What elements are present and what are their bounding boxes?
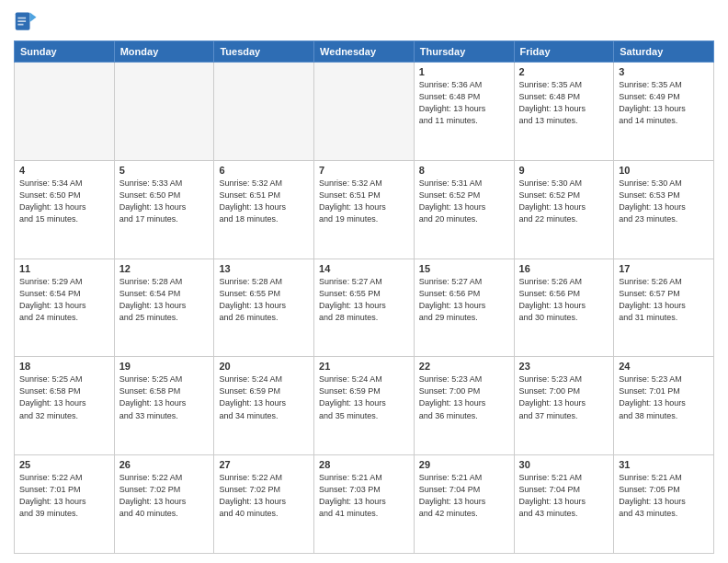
calendar-week-row: 25Sunrise: 5:22 AM Sunset: 7:01 PM Dayli… bbox=[15, 455, 714, 554]
calendar-header-wednesday: Wednesday bbox=[314, 41, 415, 63]
day-number: 22 bbox=[419, 361, 509, 372]
calendar-cell: 17Sunrise: 5:26 AM Sunset: 6:57 PM Dayli… bbox=[614, 259, 714, 357]
day-info: Sunrise: 5:21 AM Sunset: 7:04 PM Dayligh… bbox=[419, 472, 509, 520]
calendar-header-tuesday: Tuesday bbox=[214, 41, 314, 63]
day-number: 30 bbox=[519, 459, 609, 470]
day-info: Sunrise: 5:24 AM Sunset: 6:59 PM Dayligh… bbox=[219, 373, 309, 421]
day-info: Sunrise: 5:22 AM Sunset: 7:02 PM Dayligh… bbox=[219, 472, 309, 520]
day-info: Sunrise: 5:35 AM Sunset: 6:48 PM Dayligh… bbox=[519, 79, 609, 127]
day-info: Sunrise: 5:21 AM Sunset: 7:05 PM Dayligh… bbox=[619, 472, 709, 520]
day-number: 24 bbox=[619, 361, 709, 372]
day-number: 29 bbox=[419, 459, 509, 470]
calendar-week-row: 4Sunrise: 5:34 AM Sunset: 6:50 PM Daylig… bbox=[15, 160, 714, 259]
calendar-header-saturday: Saturday bbox=[614, 41, 714, 63]
day-number: 31 bbox=[619, 459, 709, 470]
calendar-cell: 21Sunrise: 5:24 AM Sunset: 6:59 PM Dayli… bbox=[314, 357, 415, 455]
day-info: Sunrise: 5:31 AM Sunset: 6:52 PM Dayligh… bbox=[419, 178, 509, 225]
calendar-cell bbox=[114, 63, 214, 161]
day-number: 15 bbox=[419, 263, 509, 274]
calendar-header-monday: Monday bbox=[114, 41, 214, 63]
svg-rect-4 bbox=[17, 24, 23, 26]
day-number: 16 bbox=[519, 263, 609, 274]
calendar-header-sunday: Sunday bbox=[15, 41, 115, 63]
day-info: Sunrise: 5:29 AM Sunset: 6:54 PM Dayligh… bbox=[19, 276, 109, 324]
calendar-cell bbox=[15, 63, 115, 161]
day-info: Sunrise: 5:28 AM Sunset: 6:55 PM Dayligh… bbox=[219, 276, 309, 324]
day-number: 7 bbox=[319, 165, 409, 176]
calendar-cell bbox=[314, 63, 415, 161]
calendar-week-row: 18Sunrise: 5:25 AM Sunset: 6:58 PM Dayli… bbox=[15, 357, 714, 455]
calendar-cell: 27Sunrise: 5:22 AM Sunset: 7:02 PM Dayli… bbox=[214, 455, 314, 554]
day-info: Sunrise: 5:35 AM Sunset: 6:49 PM Dayligh… bbox=[619, 79, 709, 127]
calendar-cell: 18Sunrise: 5:25 AM Sunset: 6:58 PM Dayli… bbox=[15, 357, 115, 455]
calendar-header-friday: Friday bbox=[514, 41, 614, 63]
calendar-cell: 20Sunrise: 5:24 AM Sunset: 6:59 PM Dayli… bbox=[214, 357, 314, 455]
day-info: Sunrise: 5:32 AM Sunset: 6:51 PM Dayligh… bbox=[319, 178, 409, 225]
day-number: 17 bbox=[619, 263, 709, 274]
day-number: 6 bbox=[219, 165, 309, 176]
calendar-cell: 10Sunrise: 5:30 AM Sunset: 6:53 PM Dayli… bbox=[614, 160, 714, 259]
calendar-header-thursday: Thursday bbox=[414, 41, 514, 63]
calendar-cell: 26Sunrise: 5:22 AM Sunset: 7:02 PM Dayli… bbox=[114, 455, 214, 554]
calendar-cell: 3Sunrise: 5:35 AM Sunset: 6:49 PM Daylig… bbox=[614, 63, 714, 161]
calendar-cell: 12Sunrise: 5:28 AM Sunset: 6:54 PM Dayli… bbox=[114, 259, 214, 357]
day-info: Sunrise: 5:22 AM Sunset: 7:01 PM Dayligh… bbox=[19, 472, 109, 520]
calendar-cell: 8Sunrise: 5:31 AM Sunset: 6:52 PM Daylig… bbox=[414, 160, 514, 259]
calendar-week-row: 1Sunrise: 5:36 AM Sunset: 6:48 PM Daylig… bbox=[15, 63, 714, 161]
day-info: Sunrise: 5:27 AM Sunset: 6:55 PM Dayligh… bbox=[319, 276, 409, 324]
day-info: Sunrise: 5:32 AM Sunset: 6:51 PM Dayligh… bbox=[219, 178, 309, 225]
day-info: Sunrise: 5:36 AM Sunset: 6:48 PM Dayligh… bbox=[419, 79, 509, 127]
day-number: 28 bbox=[319, 459, 409, 470]
day-info: Sunrise: 5:26 AM Sunset: 6:56 PM Dayligh… bbox=[519, 276, 609, 324]
day-number: 4 bbox=[19, 165, 109, 176]
day-number: 2 bbox=[519, 66, 609, 77]
calendar-cell: 22Sunrise: 5:23 AM Sunset: 7:00 PM Dayli… bbox=[414, 357, 514, 455]
calendar-header-row: SundayMondayTuesdayWednesdayThursdayFrid… bbox=[15, 41, 714, 63]
day-number: 12 bbox=[119, 263, 210, 274]
page: SundayMondayTuesdayWednesdayThursdayFrid… bbox=[0, 0, 728, 563]
day-number: 18 bbox=[19, 361, 109, 372]
day-number: 5 bbox=[119, 165, 210, 176]
logo bbox=[14, 9, 43, 35]
day-number: 14 bbox=[319, 263, 409, 274]
calendar-cell: 11Sunrise: 5:29 AM Sunset: 6:54 PM Dayli… bbox=[15, 259, 115, 357]
day-number: 25 bbox=[19, 459, 109, 470]
calendar-cell: 14Sunrise: 5:27 AM Sunset: 6:55 PM Dayli… bbox=[314, 259, 415, 357]
calendar-cell: 1Sunrise: 5:36 AM Sunset: 6:48 PM Daylig… bbox=[414, 63, 514, 161]
day-number: 21 bbox=[319, 361, 409, 372]
day-number: 27 bbox=[219, 459, 309, 470]
day-info: Sunrise: 5:23 AM Sunset: 7:01 PM Dayligh… bbox=[619, 373, 709, 421]
calendar-cell: 31Sunrise: 5:21 AM Sunset: 7:05 PM Dayli… bbox=[614, 455, 714, 554]
day-number: 10 bbox=[619, 165, 709, 176]
day-info: Sunrise: 5:25 AM Sunset: 6:58 PM Dayligh… bbox=[119, 373, 210, 421]
calendar-cell: 7Sunrise: 5:32 AM Sunset: 6:51 PM Daylig… bbox=[314, 160, 415, 259]
day-info: Sunrise: 5:23 AM Sunset: 7:00 PM Dayligh… bbox=[519, 373, 609, 421]
logo-icon bbox=[14, 9, 40, 35]
svg-rect-2 bbox=[17, 17, 26, 19]
calendar-table: SundayMondayTuesdayWednesdayThursdayFrid… bbox=[14, 40, 714, 554]
calendar-cell: 9Sunrise: 5:30 AM Sunset: 6:52 PM Daylig… bbox=[514, 160, 614, 259]
calendar-cell: 25Sunrise: 5:22 AM Sunset: 7:01 PM Dayli… bbox=[15, 455, 115, 554]
day-info: Sunrise: 5:30 AM Sunset: 6:53 PM Dayligh… bbox=[619, 178, 709, 225]
svg-rect-3 bbox=[17, 20, 26, 22]
calendar-cell: 28Sunrise: 5:21 AM Sunset: 7:03 PM Dayli… bbox=[314, 455, 415, 554]
day-number: 20 bbox=[219, 361, 309, 372]
calendar-cell: 19Sunrise: 5:25 AM Sunset: 6:58 PM Dayli… bbox=[114, 357, 214, 455]
day-number: 19 bbox=[119, 361, 210, 372]
day-info: Sunrise: 5:23 AM Sunset: 7:00 PM Dayligh… bbox=[419, 373, 509, 421]
day-number: 26 bbox=[119, 459, 210, 470]
day-info: Sunrise: 5:27 AM Sunset: 6:56 PM Dayligh… bbox=[419, 276, 509, 324]
day-info: Sunrise: 5:21 AM Sunset: 7:03 PM Dayligh… bbox=[319, 472, 409, 520]
header bbox=[14, 9, 714, 35]
calendar-cell: 5Sunrise: 5:33 AM Sunset: 6:50 PM Daylig… bbox=[114, 160, 214, 259]
day-number: 9 bbox=[519, 165, 609, 176]
day-info: Sunrise: 5:22 AM Sunset: 7:02 PM Dayligh… bbox=[119, 472, 210, 520]
day-info: Sunrise: 5:26 AM Sunset: 6:57 PM Dayligh… bbox=[619, 276, 709, 324]
day-number: 11 bbox=[19, 263, 109, 274]
day-number: 23 bbox=[519, 361, 609, 372]
calendar-cell bbox=[214, 63, 314, 161]
calendar-cell: 23Sunrise: 5:23 AM Sunset: 7:00 PM Dayli… bbox=[514, 357, 614, 455]
day-info: Sunrise: 5:34 AM Sunset: 6:50 PM Dayligh… bbox=[19, 178, 109, 225]
calendar-cell: 15Sunrise: 5:27 AM Sunset: 6:56 PM Dayli… bbox=[414, 259, 514, 357]
calendar-cell: 2Sunrise: 5:35 AM Sunset: 6:48 PM Daylig… bbox=[514, 63, 614, 161]
